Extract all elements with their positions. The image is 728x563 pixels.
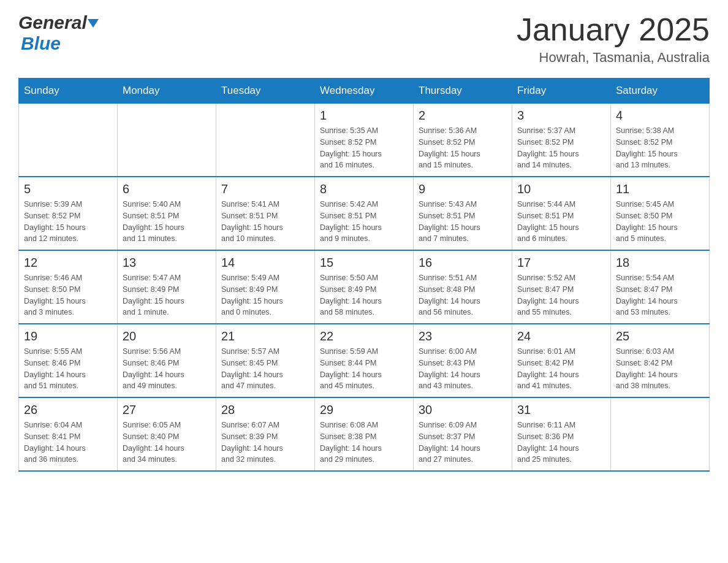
day-info: Sunrise: 5:57 AM Sunset: 8:45 PM Dayligh… [221,346,309,392]
day-number: 12 [24,256,112,270]
calendar-cell: 21Sunrise: 5:57 AM Sunset: 8:45 PM Dayli… [216,324,315,397]
day-info: Sunrise: 5:55 AM Sunset: 8:46 PM Dayligh… [24,346,112,392]
day-number: 20 [123,329,211,343]
logo-general-text: General [18,12,87,33]
day-number: 24 [517,329,605,343]
day-info: Sunrise: 5:43 AM Sunset: 8:51 PM Dayligh… [419,199,507,245]
day-number: 4 [616,109,704,123]
day-info: Sunrise: 5:39 AM Sunset: 8:52 PM Dayligh… [24,199,112,245]
calendar-cell: 5Sunrise: 5:39 AM Sunset: 8:52 PM Daylig… [19,177,118,250]
logo: General Blue [18,12,99,54]
day-info: Sunrise: 6:07 AM Sunset: 8:39 PM Dayligh… [221,419,309,465]
day-number: 11 [616,182,704,196]
logo-blue-text: Blue [21,33,61,54]
day-number: 16 [419,256,507,270]
days-of-week-row: SundayMondayTuesdayWednesdayThursdayFrid… [19,79,710,104]
day-number: 22 [320,329,408,343]
day-info: Sunrise: 5:52 AM Sunset: 8:47 PM Dayligh… [517,272,605,318]
day-info: Sunrise: 6:09 AM Sunset: 8:37 PM Dayligh… [419,419,507,465]
calendar-week-row: 26Sunrise: 6:04 AM Sunset: 8:41 PM Dayli… [19,397,710,471]
day-info: Sunrise: 6:11 AM Sunset: 8:36 PM Dayligh… [517,419,605,465]
calendar-cell: 14Sunrise: 5:49 AM Sunset: 8:49 PM Dayli… [216,250,315,324]
calendar-body: 1Sunrise: 5:35 AM Sunset: 8:52 PM Daylig… [19,104,710,472]
calendar-cell: 20Sunrise: 5:56 AM Sunset: 8:46 PM Dayli… [118,324,216,397]
calendar-cell: 26Sunrise: 6:04 AM Sunset: 8:41 PM Dayli… [19,397,118,471]
calendar-cell: 24Sunrise: 6:01 AM Sunset: 8:42 PM Dayli… [512,324,611,397]
day-info: Sunrise: 5:54 AM Sunset: 8:47 PM Dayligh… [616,272,704,318]
day-info: Sunrise: 5:51 AM Sunset: 8:48 PM Dayligh… [419,272,507,318]
day-number: 3 [517,109,605,123]
day-info: Sunrise: 5:44 AM Sunset: 8:51 PM Dayligh… [517,199,605,245]
day-info: Sunrise: 5:40 AM Sunset: 8:51 PM Dayligh… [123,199,211,245]
calendar-cell: 13Sunrise: 5:47 AM Sunset: 8:49 PM Dayli… [118,250,216,324]
calendar-cell [216,104,315,177]
calendar-week-row: 19Sunrise: 5:55 AM Sunset: 8:46 PM Dayli… [19,324,710,397]
calendar-cell: 27Sunrise: 6:05 AM Sunset: 8:40 PM Dayli… [118,397,216,471]
day-number: 28 [221,403,309,417]
day-info: Sunrise: 5:46 AM Sunset: 8:50 PM Dayligh… [24,272,112,318]
day-number: 2 [419,109,507,123]
calendar-cell: 15Sunrise: 5:50 AM Sunset: 8:49 PM Dayli… [315,250,414,324]
calendar-cell: 4Sunrise: 5:38 AM Sunset: 8:52 PM Daylig… [611,104,710,177]
calendar-cell: 17Sunrise: 5:52 AM Sunset: 8:47 PM Dayli… [512,250,611,324]
calendar-cell: 10Sunrise: 5:44 AM Sunset: 8:51 PM Dayli… [512,177,611,250]
day-info: Sunrise: 5:56 AM Sunset: 8:46 PM Dayligh… [123,346,211,392]
day-number: 31 [517,403,605,417]
calendar-cell [611,397,710,471]
day-info: Sunrise: 5:50 AM Sunset: 8:49 PM Dayligh… [320,272,408,318]
day-number: 5 [24,182,112,196]
calendar-cell [19,104,118,177]
day-number: 26 [24,403,112,417]
day-info: Sunrise: 5:36 AM Sunset: 8:52 PM Dayligh… [419,125,507,171]
calendar-cell: 8Sunrise: 5:42 AM Sunset: 8:51 PM Daylig… [315,177,414,250]
day-info: Sunrise: 5:35 AM Sunset: 8:52 PM Dayligh… [320,125,408,171]
day-number: 7 [221,182,309,196]
day-of-week-header: Sunday [19,79,118,104]
day-info: Sunrise: 6:00 AM Sunset: 8:43 PM Dayligh… [419,346,507,392]
calendar-cell: 3Sunrise: 5:37 AM Sunset: 8:52 PM Daylig… [512,104,611,177]
day-of-week-header: Saturday [611,79,710,104]
calendar-week-row: 5Sunrise: 5:39 AM Sunset: 8:52 PM Daylig… [19,177,710,250]
calendar-cell: 30Sunrise: 6:09 AM Sunset: 8:37 PM Dayli… [414,397,512,471]
day-info: Sunrise: 6:03 AM Sunset: 8:42 PM Dayligh… [616,346,704,392]
calendar-cell: 31Sunrise: 6:11 AM Sunset: 8:36 PM Dayli… [512,397,611,471]
day-of-week-header: Tuesday [216,79,315,104]
day-info: Sunrise: 6:04 AM Sunset: 8:41 PM Dayligh… [24,419,112,465]
calendar-cell: 2Sunrise: 5:36 AM Sunset: 8:52 PM Daylig… [414,104,512,177]
day-number: 14 [221,256,309,270]
day-info: Sunrise: 5:47 AM Sunset: 8:49 PM Dayligh… [123,272,211,318]
calendar-cell: 29Sunrise: 6:08 AM Sunset: 8:38 PM Dayli… [315,397,414,471]
day-info: Sunrise: 5:49 AM Sunset: 8:49 PM Dayligh… [221,272,309,318]
day-number: 10 [517,182,605,196]
calendar-cell: 23Sunrise: 6:00 AM Sunset: 8:43 PM Dayli… [414,324,512,397]
page-header: General Blue January 2025 Howrah, Tasman… [18,12,710,66]
calendar-cell: 25Sunrise: 6:03 AM Sunset: 8:42 PM Dayli… [611,324,710,397]
title-area: January 2025 Howrah, Tasmania, Australia [517,12,710,66]
day-number: 9 [419,182,507,196]
calendar-table: SundayMondayTuesdayWednesdayThursdayFrid… [18,78,710,472]
day-info: Sunrise: 6:08 AM Sunset: 8:38 PM Dayligh… [320,419,408,465]
day-number: 27 [123,403,211,417]
calendar-cell: 7Sunrise: 5:41 AM Sunset: 8:51 PM Daylig… [216,177,315,250]
calendar-cell: 28Sunrise: 6:07 AM Sunset: 8:39 PM Dayli… [216,397,315,471]
day-number: 19 [24,329,112,343]
calendar-cell: 12Sunrise: 5:46 AM Sunset: 8:50 PM Dayli… [19,250,118,324]
calendar-cell: 19Sunrise: 5:55 AM Sunset: 8:46 PM Dayli… [19,324,118,397]
day-info: Sunrise: 5:38 AM Sunset: 8:52 PM Dayligh… [616,125,704,171]
calendar-subtitle: Howrah, Tasmania, Australia [517,50,710,66]
calendar-cell: 1Sunrise: 5:35 AM Sunset: 8:52 PM Daylig… [315,104,414,177]
day-number: 25 [616,329,704,343]
day-number: 21 [221,329,309,343]
calendar-cell: 16Sunrise: 5:51 AM Sunset: 8:48 PM Dayli… [414,250,512,324]
day-number: 13 [123,256,211,270]
day-number: 17 [517,256,605,270]
day-info: Sunrise: 6:05 AM Sunset: 8:40 PM Dayligh… [123,419,211,465]
day-info: Sunrise: 5:45 AM Sunset: 8:50 PM Dayligh… [616,199,704,245]
calendar-cell [118,104,216,177]
day-number: 23 [419,329,507,343]
calendar-cell: 18Sunrise: 5:54 AM Sunset: 8:47 PM Dayli… [611,250,710,324]
calendar-title: January 2025 [517,12,710,47]
day-number: 29 [320,403,408,417]
day-info: Sunrise: 5:42 AM Sunset: 8:51 PM Dayligh… [320,199,408,245]
day-info: Sunrise: 5:41 AM Sunset: 8:51 PM Dayligh… [221,199,309,245]
